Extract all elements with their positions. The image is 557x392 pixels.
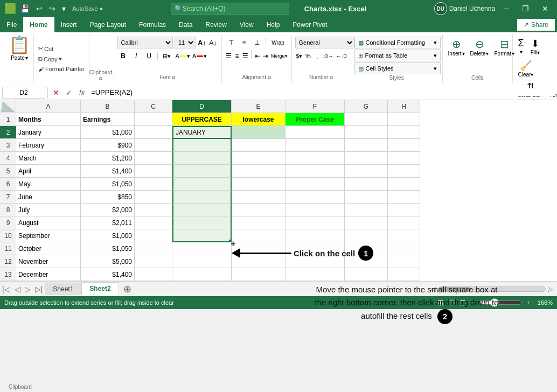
cell-b10[interactable]: $1,000 (81, 229, 135, 242)
cell-e3[interactable] (232, 139, 286, 152)
cell-g9[interactable] (345, 216, 388, 229)
fill-color-button[interactable]: A▾ (175, 50, 191, 62)
cell-d4[interactable] (172, 152, 232, 165)
increase-font-button[interactable]: A↑ (197, 37, 207, 48)
align-middle-button[interactable]: ≡ (238, 37, 250, 48)
align-bottom-button[interactable]: ⊥ (251, 37, 263, 48)
cell-d5[interactable] (172, 165, 232, 178)
font-size-select[interactable]: 11 (175, 37, 196, 48)
borders-button[interactable]: ⊞▾ (160, 50, 174, 62)
cell-f6[interactable] (286, 178, 345, 191)
cell-f3[interactable] (286, 139, 345, 152)
sheet-tab-sheet1[interactable]: Sheet1 (45, 283, 81, 295)
cell-f2[interactable] (286, 126, 345, 139)
cell-c7[interactable] (135, 191, 172, 204)
confirm-formula-button[interactable]: ✓ (63, 87, 75, 99)
cell-f8[interactable] (286, 204, 345, 216)
sheet-nav-next[interactable]: ▷ (23, 284, 33, 295)
increase-decimal-button[interactable]: .0→ (322, 50, 334, 62)
font-family-select[interactable]: Calibri (117, 37, 173, 48)
row-header-1[interactable]: 1 (0, 113, 16, 126)
row-header-8[interactable]: 8 (0, 204, 16, 216)
cell-e2[interactable] (232, 126, 286, 139)
cell-b5[interactable]: $1,400 (81, 165, 135, 178)
cell-d6[interactable] (172, 178, 232, 191)
right-align-button[interactable]: ☰ (242, 50, 249, 62)
save-button[interactable]: 💾 (18, 3, 32, 14)
comma-button[interactable]: , (313, 50, 321, 62)
cell-c6[interactable] (135, 178, 172, 191)
cell-styles-button[interactable]: ▤ Cell Styles ▾ (354, 62, 441, 74)
cell-f10[interactable] (286, 229, 345, 242)
font-color-button[interactable]: A▾ (192, 50, 207, 62)
col-header-h[interactable]: H (388, 100, 420, 113)
fill-handle[interactable] (229, 240, 232, 242)
cell-h1[interactable] (388, 113, 420, 126)
cell-e8[interactable] (232, 204, 286, 216)
autosum-button[interactable]: Σ ▾ (516, 37, 526, 57)
cell-h11[interactable] (388, 242, 420, 255)
add-sheet-button[interactable]: ⊕ (119, 283, 136, 295)
cell-b2[interactable]: $1,000 (81, 126, 135, 139)
cell-h9[interactable] (388, 216, 420, 229)
row-header-2[interactable]: 2 (0, 126, 16, 139)
cell-c12[interactable] (135, 255, 172, 268)
decrease-font-button[interactable]: A↓ (208, 37, 218, 48)
cell-e6[interactable] (232, 178, 286, 191)
cell-a1[interactable]: Months (16, 113, 81, 126)
cell-f13[interactable] (286, 268, 345, 281)
cell-e9[interactable] (232, 216, 286, 229)
number-format-select[interactable]: General (295, 37, 354, 48)
tab-insert[interactable]: Insert (54, 17, 83, 32)
cell-b3[interactable]: $900 (81, 139, 135, 152)
cell-a6[interactable]: May (16, 178, 81, 191)
cell-e1[interactable]: lowercase (232, 113, 286, 126)
cell-g1[interactable] (345, 113, 388, 126)
paste-dropdown[interactable]: Paste ▾ (11, 55, 28, 61)
redo-button[interactable]: ↪ (47, 3, 58, 14)
tab-power-pivot[interactable]: Power Pivot (286, 17, 333, 32)
sheet-nav-last[interactable]: ▷| (33, 284, 45, 295)
cell-b13[interactable]: $1,400 (81, 268, 135, 281)
tab-help[interactable]: Help (260, 17, 287, 32)
cell-e10[interactable] (232, 229, 286, 242)
insert-button[interactable]: ⊕ Insert ▾ (446, 37, 467, 58)
col-header-f[interactable]: F (286, 100, 345, 113)
user-profile[interactable]: DU Daniel Uchenna (434, 2, 495, 15)
cell-h12[interactable] (388, 255, 420, 268)
undo-button[interactable]: ↩ (34, 3, 45, 14)
cell-c8[interactable] (135, 204, 172, 216)
cell-g5[interactable] (345, 165, 388, 178)
cell-e4[interactable] (232, 152, 286, 165)
row-header-11[interactable]: 11 (0, 242, 16, 255)
tab-page-layout[interactable]: Page Layout (83, 17, 133, 32)
cell-h3[interactable] (388, 139, 420, 152)
cell-g6[interactable] (345, 178, 388, 191)
col-header-c[interactable]: C (135, 100, 172, 113)
cell-a2[interactable]: January (16, 126, 81, 139)
format-painter-button[interactable]: 🖌Format Painter (36, 65, 87, 73)
formula-input[interactable] (89, 88, 555, 96)
cell-b8[interactable]: $2,000 (81, 204, 135, 216)
row-header-3[interactable]: 3 (0, 139, 16, 152)
cell-c3[interactable] (135, 139, 172, 152)
cell-a11[interactable]: October (16, 242, 81, 255)
cell-a7[interactable]: June (16, 191, 81, 204)
col-header-e[interactable]: E (232, 100, 286, 113)
row-header-7[interactable]: 7 (0, 191, 16, 204)
cell-f7[interactable] (286, 191, 345, 204)
cell-h13[interactable] (388, 268, 420, 281)
percent-button[interactable]: % (304, 50, 312, 62)
cell-a9[interactable]: August (16, 216, 81, 229)
cell-h10[interactable] (388, 229, 420, 242)
search-bar[interactable]: 🔍 (171, 3, 289, 15)
cell-b6[interactable]: $1,050 (81, 178, 135, 191)
cell-a4[interactable]: March (16, 152, 81, 165)
cell-c9[interactable] (135, 216, 172, 229)
row-header-12[interactable]: 12 (0, 255, 16, 268)
underline-button[interactable]: U (143, 50, 155, 62)
clear-button[interactable]: 🧹 Clear ▾ (516, 59, 536, 79)
sheet-tab-sheet2[interactable]: Sheet2 (81, 282, 119, 296)
cell-f4[interactable] (286, 152, 345, 165)
row-header-4[interactable]: 4 (0, 152, 16, 165)
